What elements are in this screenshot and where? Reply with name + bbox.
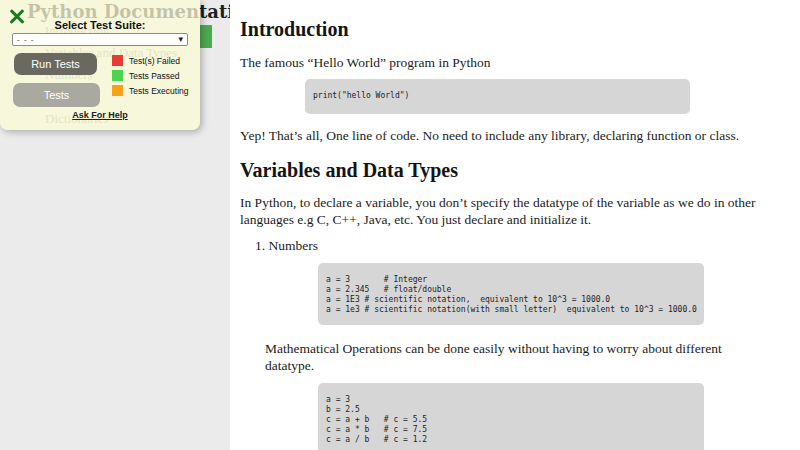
test-suite-select-value: - - - xyxy=(17,35,34,44)
app-window: Python Documentation Introduction Variab… xyxy=(0,0,800,450)
legend-label: Tests Executing xyxy=(129,86,189,96)
tests-button[interactable]: Tests xyxy=(13,83,100,107)
code-block-numbers: a = 3 # Integer a = 2.345 # float/double… xyxy=(318,263,704,325)
legend-label: Test(s) Failed xyxy=(129,56,180,66)
ask-for-help-link[interactable]: Ask For Help xyxy=(0,110,200,120)
section-heading-introduction: Introduction xyxy=(240,18,760,41)
passed-color-swatch xyxy=(112,70,123,81)
code-block-math-operations: a = 3 b = 2.5 c = a + b # c = 5.5 c = a … xyxy=(318,383,704,450)
intro-followup-paragraph: Yep! That’s all, One line of code. No ne… xyxy=(240,127,760,144)
legend-label: Tests Passed xyxy=(129,71,180,81)
select-test-suite-label: Select Test Suite: xyxy=(0,19,200,31)
executing-color-swatch xyxy=(112,85,123,96)
legend-row-failed: Test(s) Failed xyxy=(112,55,189,66)
run-tests-button[interactable]: Run Tests xyxy=(14,53,97,75)
test-status-legend: Test(s) Failed Tests Passed Tests Execut… xyxy=(112,55,189,100)
list-label: Numbers xyxy=(269,238,319,253)
legend-row-executing: Tests Executing xyxy=(112,85,189,96)
code-block-hello-world: print("hello World") xyxy=(305,79,690,114)
math-operations-paragraph: Mathematical Operations can be done easi… xyxy=(265,340,760,374)
section-heading-variables: Variables and Data Types xyxy=(240,159,760,182)
list-number: 1. xyxy=(255,238,265,253)
chevron-down-icon: ▾ xyxy=(178,35,183,44)
failed-color-swatch xyxy=(112,55,123,66)
test-suite-panel: Select Test Suite: - - - ▾ Run Tests Tes… xyxy=(0,0,200,130)
list-item-numbers: 1. Numbers xyxy=(255,238,760,254)
test-suite-select[interactable]: - - - ▾ xyxy=(12,33,188,46)
intro-paragraph: The famous “Hello World” program in Pyth… xyxy=(240,54,760,71)
main-content: Introduction The famous “Hello World” pr… xyxy=(230,0,800,450)
green-status-indicator xyxy=(200,25,212,48)
legend-row-passed: Tests Passed xyxy=(112,70,189,81)
variables-paragraph: In Python, to declare a variable, you do… xyxy=(240,194,760,228)
